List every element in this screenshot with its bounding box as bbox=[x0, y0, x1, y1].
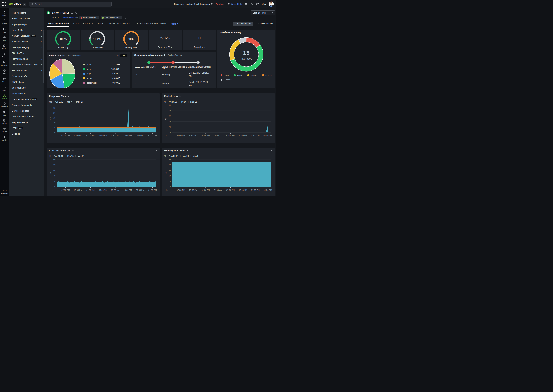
sidebar-item-settings[interactable]: Settings bbox=[9, 131, 44, 137]
sidebar-item-filter-by-vendor[interactable]: Filter by Vendor› bbox=[9, 68, 44, 73]
sidebar-item-help-assistant[interactable]: Help Assistant bbox=[9, 10, 44, 16]
sidebar-item-snmp-traps[interactable]: SNMP Traps bbox=[9, 79, 44, 85]
rail-item-reports[interactable]: Reports bbox=[1, 126, 8, 134]
tag-icon[interactable] bbox=[124, 17, 127, 19]
flow-legend-item-postgresql[interactable]: postgresql9.30 GB bbox=[83, 81, 120, 85]
trend-icon[interactable] bbox=[71, 149, 74, 152]
sidebar-item-network-credentials[interactable]: Network Credentials bbox=[9, 102, 44, 108]
rail-item-plugins[interactable]: Plugins bbox=[1, 51, 8, 59]
rail-item-web[interactable]: Web bbox=[1, 26, 8, 35]
sidebar-item-performance-counters[interactable]: Performance Counters bbox=[9, 114, 44, 119]
donut-segment-suspend[interactable] bbox=[240, 40, 246, 41]
plus-icon[interactable]: + bbox=[41, 40, 42, 43]
flow-legend-item-snmp[interactable]: snmp14.06 GB bbox=[83, 76, 120, 81]
chevron-right-icon[interactable]: › bbox=[41, 35, 42, 37]
sidebar-item-network-discovery[interactable]: Network DiscoveryBETA› bbox=[9, 33, 44, 39]
chevron-right-icon[interactable]: › bbox=[41, 69, 42, 72]
sidebar-item-ipam[interactable]: IPAMBETA bbox=[9, 125, 44, 131]
table-row[interactable]: 15RunningOct 15, 2024 2:41:00 AM bbox=[135, 70, 213, 79]
sidebar-item-health-dashboard[interactable]: Health Dashboard bbox=[9, 16, 44, 21]
interface-legend-down[interactable]: Down bbox=[220, 74, 229, 76]
notifications-bell-icon[interactable] bbox=[244, 3, 248, 6]
chevron-right-icon[interactable]: › bbox=[41, 46, 42, 49]
zia-icon[interactable]: Zia bbox=[262, 3, 266, 6]
sidebar-item-network-interfaces[interactable]: Network Interfaces bbox=[9, 73, 44, 79]
chevron-right-icon[interactable]: › bbox=[41, 63, 42, 66]
chart-menu-icon[interactable] bbox=[270, 149, 273, 152]
purchase-link[interactable]: Purchase bbox=[216, 3, 225, 5]
sidebar-item-filter-by-category[interactable]: Filter by Category› bbox=[9, 44, 44, 50]
help-icon[interactable] bbox=[256, 3, 259, 6]
add-custom-tab-button[interactable]: Add Custom Tab bbox=[233, 21, 253, 26]
rail-item-admin[interactable]: Admin bbox=[1, 134, 8, 142]
rail-item-cloud[interactable]: Cloud bbox=[1, 84, 8, 93]
incident-chat-button[interactable]: Incident Chat bbox=[255, 21, 275, 26]
quick-help-link[interactable]: Quick Help bbox=[228, 3, 242, 5]
time-range-select[interactable]: Last 24 Hours bbox=[251, 10, 275, 15]
rail-item-server[interactable]: Server bbox=[1, 43, 8, 51]
interface-legend-trouble[interactable]: Trouble bbox=[248, 74, 257, 76]
sidebar-item-topology-maps[interactable]: Topology Maps bbox=[9, 21, 44, 27]
device-tag[interactable]: Demo Account ... bbox=[79, 16, 99, 19]
chart-menu-icon[interactable] bbox=[155, 95, 158, 98]
sidebar-item-wan-monitors[interactable]: WAN Monitors bbox=[9, 91, 44, 96]
flow-legend-item-https[interactable]: https15.53 GB bbox=[83, 71, 120, 76]
sidebar-item-voip-monitors[interactable]: VoIP Monitors bbox=[9, 85, 44, 91]
sidebar-item-filter-by-on-premise-poller[interactable]: Filter by On-Premise Poller› bbox=[9, 62, 44, 68]
chevron-right-icon[interactable]: › bbox=[41, 58, 42, 60]
device-type-link[interactable]: Network Device bbox=[64, 17, 78, 19]
rail-item-apm[interactable]: APM bbox=[1, 35, 8, 43]
chart-menu-icon[interactable] bbox=[270, 95, 273, 98]
refresh-icon[interactable] bbox=[75, 11, 78, 14]
site24x7-logo[interactable]: Site24x7 bbox=[7, 2, 21, 6]
tab-device-performance[interactable]: Device Performance bbox=[47, 21, 69, 27]
table-row[interactable]: 1StartupSep 5, 2024 1:11:00 PM bbox=[135, 79, 213, 88]
tab-more[interactable]: More bbox=[171, 22, 178, 25]
tab-stack[interactable]: Stack bbox=[73, 21, 79, 27]
flow-legend-item-imap[interactable]: imap16.50 GB bbox=[83, 67, 120, 71]
tab-interfaces[interactable]: Interfaces bbox=[83, 21, 93, 27]
user-avatar[interactable] bbox=[268, 1, 274, 7]
plus-icon[interactable]: + bbox=[41, 29, 42, 31]
rail-item-velocloud[interactable]: Velocloud bbox=[1, 101, 8, 109]
sidebar-collapse-button[interactable] bbox=[23, 3, 26, 6]
sidebar-item-network-devices[interactable]: Network Devices+ bbox=[9, 39, 44, 44]
rail-item-applogs[interactable]: AppLogs bbox=[1, 118, 8, 126]
sidebar-item-trap-processors[interactable]: Trap Processors bbox=[9, 119, 44, 125]
global-search[interactable] bbox=[29, 1, 112, 7]
toggle-in[interactable]: IN bbox=[115, 54, 121, 57]
flow-legend-item-auth[interactable]: auth18.32 GB bbox=[83, 62, 120, 67]
announcements-icon[interactable] bbox=[250, 3, 253, 6]
tab-traps[interactable]: Traps bbox=[98, 21, 103, 27]
sidebar-item-layer-2-maps[interactable]: Layer 2 Maps+ bbox=[9, 27, 44, 33]
rail-item-k8s[interactable]: K8s bbox=[1, 68, 8, 76]
in-out-toggle[interactable]: IN OUT bbox=[115, 54, 128, 57]
interface-legend-critical[interactable]: Critical bbox=[262, 74, 271, 76]
rail-item-network[interactable]: Network bbox=[1, 93, 8, 101]
sidebar-item-filter-by-type[interactable]: Filter by Type› bbox=[9, 50, 44, 56]
device-menu-icon[interactable] bbox=[71, 11, 73, 14]
rail-item-home[interactable]: Home bbox=[1, 9, 8, 18]
sidebar-item-cisco-aci-monitors[interactable]: Cisco ACI MonitorsBETA bbox=[9, 96, 44, 102]
chevron-right-icon[interactable]: › bbox=[41, 52, 42, 54]
search-input[interactable] bbox=[35, 3, 110, 5]
sidebar-scrollbar[interactable] bbox=[43, 30, 44, 83]
sidebar-item-device-templates[interactable]: Device Templates bbox=[9, 108, 44, 114]
rail-item-alarms[interactable]: Alarms bbox=[1, 18, 8, 26]
rail-item-database[interactable]: Database bbox=[1, 59, 8, 68]
trend-icon[interactable] bbox=[179, 95, 182, 98]
rail-item-rum[interactable]: RUM bbox=[1, 109, 8, 118]
device-tag[interactable]: Don&#x27;t Dele... bbox=[101, 16, 122, 19]
apps-grid-icon[interactable] bbox=[2, 2, 6, 6]
interface-legend-active[interactable]: Active bbox=[234, 74, 242, 76]
trend-icon[interactable] bbox=[186, 149, 189, 152]
info-icon[interactable] bbox=[211, 3, 213, 5]
chart-menu-icon[interactable] bbox=[155, 149, 158, 152]
toggle-out[interactable]: OUT bbox=[121, 54, 127, 57]
tab-performance-counters[interactable]: Performance Counters bbox=[108, 21, 131, 27]
sidebar-item-filter-by-subnets[interactable]: Filter by Subnets› bbox=[9, 56, 44, 62]
rail-item-vmware[interactable]: VMware bbox=[1, 76, 8, 84]
trend-icon[interactable] bbox=[68, 95, 70, 98]
interface-legend-suspend[interactable]: Suspend bbox=[220, 79, 231, 81]
pie-slice-auth[interactable] bbox=[62, 59, 75, 74]
